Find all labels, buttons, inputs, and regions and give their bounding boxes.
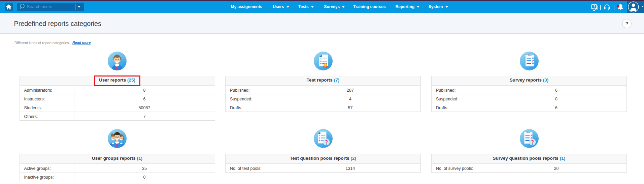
- svg-text:?: ?: [593, 4, 596, 8]
- svg-text:?: ?: [325, 139, 328, 144]
- svg-text:?: ?: [531, 139, 534, 144]
